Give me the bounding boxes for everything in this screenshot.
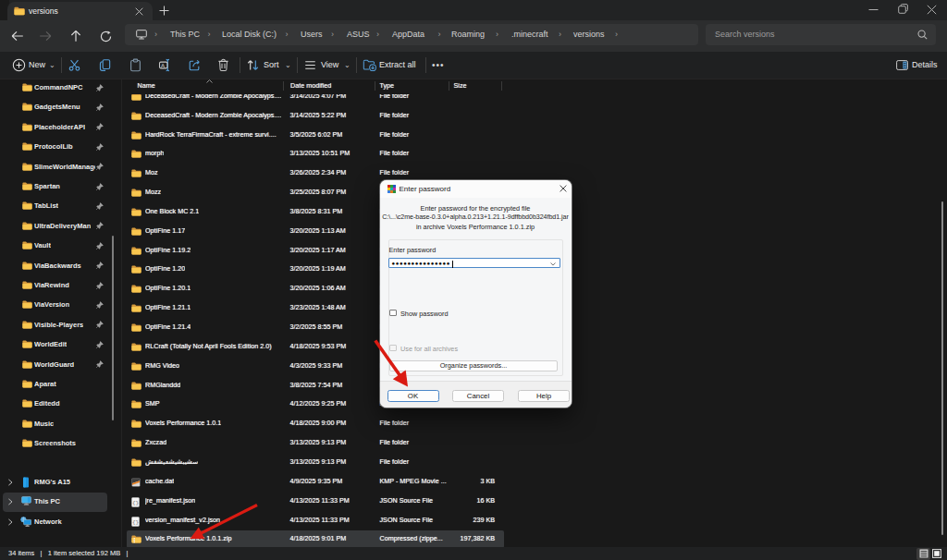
svg-text:{}: {}	[132, 499, 139, 505]
svg-text:A: A	[161, 62, 166, 68]
svg-text:{}: {}	[132, 518, 139, 525]
